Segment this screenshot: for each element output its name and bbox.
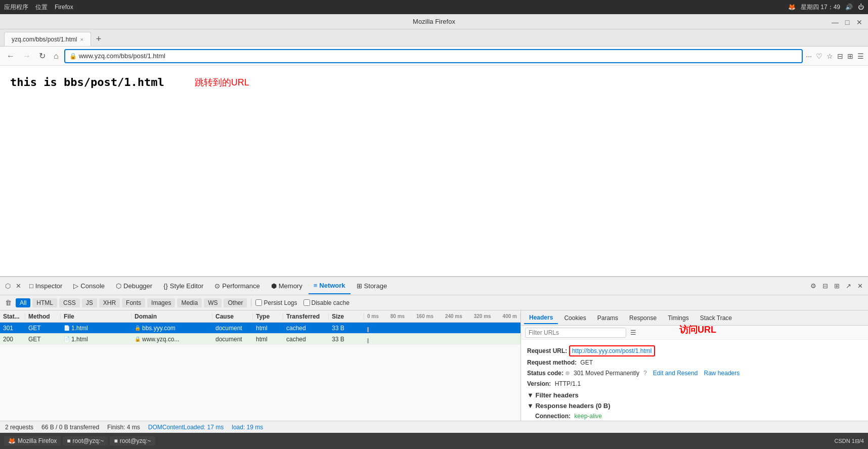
split-view-button[interactable]: ⊞: [847, 52, 853, 60]
app-menu[interactable]: 应用程序: [4, 3, 28, 12]
devtools-panel: ⬡ ✕ □ Inspector ▷ Console ⬡ Debugger {} …: [0, 276, 868, 433]
home-button[interactable]: ⌂: [51, 51, 61, 62]
devtools-body: Stat... Method File Domain Cause Type Tr…: [0, 310, 868, 421]
domain-icon-301: 🔒: [135, 325, 141, 331]
devtools-close-x-button[interactable]: ✕: [855, 281, 865, 291]
help-icon[interactable]: ?: [643, 369, 647, 378]
request-url-row: Request URL: http://bbs.yyy.com/post/1.h…: [527, 345, 862, 356]
timeline-400ms: 400 m: [503, 313, 517, 319]
console-icon: ▷: [73, 282, 78, 290]
rp-tab-response[interactable]: Response: [624, 312, 662, 324]
tab-network[interactable]: ≡ Network: [309, 278, 351, 294]
url-input[interactable]: [79, 52, 798, 60]
request-method-value: GET: [580, 359, 593, 366]
filter-js[interactable]: JS: [82, 298, 97, 307]
persist-logs-checkbox[interactable]: Persist Logs: [255, 299, 297, 306]
rp-tab-cookies[interactable]: Cookies: [559, 312, 591, 324]
filter-fonts[interactable]: Fonts: [122, 298, 145, 307]
disable-cache-input[interactable]: [303, 299, 310, 306]
col-size: Size: [329, 313, 364, 320]
col-status: Stat...: [0, 313, 25, 320]
tab-performance[interactable]: ⊙ Performance: [209, 278, 265, 294]
sidebar-button[interactable]: ⊟: [837, 52, 843, 60]
edit-resend-button[interactable]: Edit and Resend: [651, 370, 700, 377]
more-options-button[interactable]: ···: [806, 52, 812, 60]
col-domain: Domain: [132, 313, 212, 320]
tab-inspector[interactable]: □ Inspector: [24, 278, 67, 294]
bookmark-button[interactable]: ☆: [827, 52, 833, 60]
filter-urls-input[interactable]: [525, 328, 626, 338]
load-time[interactable]: load: 19 ms: [232, 424, 263, 431]
timeline-80ms: 80 ms: [390, 313, 405, 319]
forward-button[interactable]: →: [20, 51, 33, 62]
tab-console[interactable]: ▷ Console: [68, 278, 110, 294]
taskbar-terminal-2[interactable]: ■ root@yzq:~: [110, 436, 155, 445]
tab-style-editor[interactable]: {} Style Editor: [158, 278, 208, 294]
rp-tab-headers[interactable]: Headers: [524, 312, 558, 324]
memory-icon: ⬢: [271, 282, 277, 290]
col-transferred: Transferred: [283, 313, 329, 320]
taskbar-terminal-1[interactable]: ■ root@yzq:~: [63, 436, 108, 445]
clear-button[interactable]: 🗑: [3, 298, 14, 307]
col-timeline: 0 ms 80 ms 160 ms 240 ms 320 ms 400 m: [364, 313, 520, 319]
firefox-menu[interactable]: Firefox: [55, 4, 73, 11]
devtools-dock-button[interactable]: ⊟: [820, 281, 830, 291]
power-icon: ⏻: [858, 4, 864, 11]
timeline-160ms: 160 ms: [416, 313, 433, 319]
rp-tab-params[interactable]: Params: [592, 312, 623, 324]
taskbar-firefox[interactable]: 🦊 Mozilla Firefox: [4, 436, 61, 445]
filter-html[interactable]: HTML: [32, 298, 57, 307]
taskbar-right: CSDN 1⊟/4: [834, 438, 864, 444]
domain-icon-200: 🔒: [135, 336, 141, 342]
filter-xhr[interactable]: XHR: [99, 298, 120, 307]
pocket-button[interactable]: ♡: [816, 52, 822, 60]
filter-css[interactable]: CSS: [59, 298, 80, 307]
table-row[interactable]: 200 GET 📄 1.html 🔒 www.yzq.co... documen…: [0, 334, 520, 345]
rp-tab-timings[interactable]: Timings: [663, 312, 694, 324]
tab-debugger[interactable]: ⬡ Debugger: [111, 278, 157, 294]
filter-other[interactable]: Other: [224, 298, 247, 307]
system-time: 星期四 17：49: [801, 3, 840, 12]
browser-tab[interactable]: yzq.com/bbs/post/1.html ×: [4, 32, 91, 46]
tab-close-button[interactable]: ×: [80, 36, 83, 42]
devtools-settings-icon[interactable]: ⚙: [808, 281, 818, 291]
disable-cache-checkbox[interactable]: Disable cache: [303, 299, 350, 306]
devtools-inspect-button[interactable]: ⬡: [3, 281, 13, 291]
raw-headers-button[interactable]: Raw headers: [702, 370, 742, 377]
maximize-button[interactable]: □: [844, 18, 851, 25]
disable-cache-label: Disable cache: [312, 299, 350, 306]
new-tab-button[interactable]: +: [91, 32, 107, 46]
devtools-popout-button[interactable]: ↗: [844, 281, 853, 291]
position-menu[interactable]: 位置: [35, 3, 48, 12]
table-row[interactable]: 301 GET 📄 1.html 🔒 bbs.yyy.com document …: [0, 323, 520, 334]
filter-icon-button[interactable]: ☰: [628, 328, 638, 337]
firefox-logo-icon: 🦊: [788, 4, 796, 11]
devtools-close-button[interactable]: ✕: [14, 281, 23, 291]
rp-tab-stack-trace[interactable]: Stack Trace: [695, 312, 737, 324]
close-button[interactable]: ✕: [856, 18, 863, 25]
filter-ws[interactable]: WS: [204, 298, 222, 307]
minimize-button[interactable]: —: [832, 18, 839, 25]
style-editor-icon: {}: [163, 282, 168, 290]
storage-icon: ⊞: [357, 282, 362, 290]
security-icon: 🔒: [69, 53, 77, 60]
tab-memory[interactable]: ⬢ Memory: [266, 278, 308, 294]
terminal-2-icon: ■: [114, 437, 117, 444]
tab-storage[interactable]: ⊞ Storage: [352, 278, 393, 294]
row-timeline-200: [364, 335, 520, 343]
devtools-split-button[interactable]: ⊞: [832, 281, 842, 291]
row-file-301-text: 1.html: [71, 325, 88, 332]
row-file-200-text: 1.html: [71, 336, 88, 343]
status-code-row: Status code: 301 Moved Permanently ? Edi…: [527, 369, 862, 378]
filter-images[interactable]: Images: [147, 298, 175, 307]
filter-all[interactable]: All: [16, 298, 30, 307]
back-button[interactable]: ←: [4, 51, 17, 62]
dom-content-loaded[interactable]: DOMContentLoaded: 17 ms: [148, 424, 224, 431]
response-headers-section[interactable]: ▼ Response headers (0 B): [527, 402, 862, 410]
filter-media[interactable]: Media: [177, 298, 202, 307]
menu-button[interactable]: ☰: [857, 52, 864, 60]
filter-headers-section[interactable]: ▼ Filter headers: [527, 391, 862, 399]
address-bar: ← → ↻ ⌂ 🔒 ··· ♡ ☆ ⊟ ⊞ ☰: [0, 47, 868, 66]
persist-logs-input[interactable]: [255, 299, 262, 306]
reload-button[interactable]: ↻: [36, 50, 48, 62]
